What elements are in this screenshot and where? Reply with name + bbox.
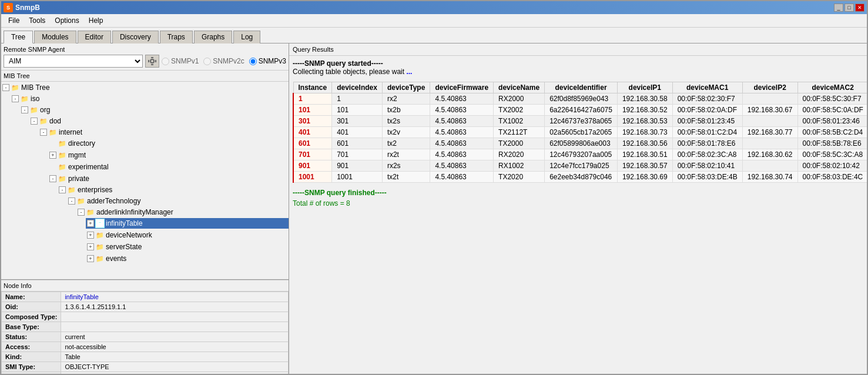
folder-icon-root: 📁 [11, 83, 20, 92]
node-text-events: events [106, 255, 126, 263]
agent-config-button[interactable] [145, 55, 159, 68]
tree-row-aim[interactable]: - 📁 adderlinkInfinityManager [76, 207, 289, 217]
node-info-value-name[interactable]: infinityTable [61, 292, 289, 302]
table-cell: 192.168.30.52 [617, 105, 672, 116]
table-cell: 4.5.40863 [430, 116, 494, 127]
expand-adder[interactable]: - [68, 197, 75, 205]
tree-row-infinitytable[interactable]: + T infinityTable [86, 218, 289, 229]
table-row[interactable]: 10011001tx2t4.5.40863TX20206e2eeb34d879c… [293, 172, 867, 183]
snmp-finished-text: -----SNMP query finished----- [293, 189, 863, 197]
svg-rect-2 [148, 60, 149, 62]
wait-dots: ... [406, 68, 412, 76]
children-dod: - 📁 internet [29, 126, 289, 267]
expand-mgmt[interactable]: + [49, 152, 56, 159]
table-cell: tx2 [382, 138, 430, 149]
children-internet: 📁 directory [39, 138, 289, 267]
col-devicetype: deviceType [382, 82, 430, 93]
svg-rect-3 [155, 60, 156, 62]
table-cell: 1001 [293, 172, 332, 183]
results-table: Instance deviceIndex deviceType deviceFi… [293, 82, 867, 183]
tab-graphs[interactable]: Graphs [194, 31, 232, 43]
tree-row-serverstate[interactable]: + 📁 serverState [86, 242, 289, 252]
snmpv2c-radio[interactable] [203, 58, 211, 65]
table-row[interactable]: 401401tx2v4.5.40863TX2112T02a5605cb17a20… [293, 127, 867, 138]
node-info-value-kind: Table [61, 352, 289, 362]
table-icon-infinitytable: T [95, 219, 105, 228]
node-info-value-oid: 1.3.6.1.4.1.25119.1.1 [61, 302, 289, 312]
table-cell: 701 [293, 149, 332, 160]
tab-log[interactable]: Log [233, 31, 260, 43]
tree-row-experimental[interactable]: 📁 experimental [48, 162, 289, 172]
tree-row-mgmt[interactable]: + 📁 mgmt [48, 150, 289, 160]
table-cell: 00:0F:58:03:DE:4C [797, 172, 867, 183]
tree-row-root[interactable]: - 📁 MIB Tree [1, 82, 289, 93]
table-row[interactable]: 701701rx2t4.5.40863RX202012c46793207aa00… [293, 149, 867, 160]
mib-tree-section: MIB Tree - 📁 MIB Tree [1, 71, 289, 280]
expand-internet[interactable]: - [40, 129, 47, 136]
node-text-enterprises: enterprises [78, 186, 112, 194]
agent-section: Remote SNMP Agent AIM [1, 43, 289, 71]
expand-org[interactable]: - [21, 106, 28, 113]
snmpv1-radio[interactable] [162, 58, 169, 65]
close-button[interactable]: ✕ [855, 4, 864, 12]
expand-aim[interactable]: - [78, 209, 85, 216]
expand-serverstate[interactable]: + [87, 243, 94, 250]
table-row[interactable]: 901901rx2s4.5.40863RX100212c4e7fcc179a02… [293, 160, 867, 172]
results-table-body: 11rx24.5.40863RX200062f0d8f85969e043192.… [293, 93, 867, 183]
table-cell: 192.168.30.51 [617, 149, 672, 160]
expand-devicenetwork[interactable]: + [87, 232, 94, 239]
table-cell: 12c46793207aa005 [545, 149, 618, 160]
table-row[interactable]: 601601tx24.5.40863TX200062f05899806ae003… [293, 138, 867, 149]
title-bar-buttons: _ □ ✕ [834, 4, 864, 12]
table-cell: 601 [332, 138, 383, 149]
expand-dod[interactable]: - [31, 118, 38, 125]
tree-row-adder[interactable]: - 📁 adderTechnology [67, 196, 289, 206]
tab-editor[interactable]: Editor [78, 31, 111, 43]
table-cell: 192.168.30.69 [617, 172, 672, 183]
table-row[interactable]: 101101tx2b4.5.40863TX20026a226416427a607… [293, 105, 867, 116]
tree-row-internet[interactable]: - 📁 internet [39, 127, 289, 138]
menu-bar: File Tools Options Help [1, 14, 867, 28]
tree-row-enterprises[interactable]: - 📁 enterprises [58, 185, 289, 195]
table-cell: TX2020 [494, 172, 545, 183]
menu-help[interactable]: Help [84, 15, 108, 26]
expand-iso[interactable]: - [12, 95, 19, 102]
table-cell: RX2000 [494, 93, 545, 105]
expand-private[interactable]: - [49, 175, 56, 182]
tree-row-org[interactable]: - 📁 org [20, 105, 289, 115]
minimize-button[interactable]: _ [834, 4, 843, 12]
menu-tools[interactable]: Tools [24, 15, 50, 26]
tree-row-iso[interactable]: - 📁 iso [11, 93, 289, 104]
folder-icon-devicenetwork: 📁 [95, 230, 105, 240]
table-row[interactable]: 11rx24.5.40863RX200062f0d8f85969e043192.… [293, 93, 867, 105]
col-deviceip1: deviceIP1 [617, 82, 672, 93]
expand-mib-tree[interactable]: - [2, 84, 9, 91]
expand-infinitytable[interactable]: + [87, 220, 94, 227]
table-cell: 192.168.30.62 [742, 149, 797, 160]
query-results-content[interactable]: -----SNMP query started----- Collecting … [289, 56, 867, 374]
tree-row-private[interactable]: - 📁 private [48, 173, 289, 184]
tree-row-devicenetwork[interactable]: + 📁 deviceNetwork [86, 230, 289, 240]
maximize-button[interactable]: □ [844, 4, 854, 12]
menu-file[interactable]: File [4, 15, 24, 26]
table-row[interactable]: 301301tx2s4.5.40863TX100212c46737e378a06… [293, 116, 867, 127]
expand-enterprises[interactable]: - [59, 186, 66, 193]
tree-row-events[interactable]: + 📁 events [86, 253, 289, 264]
snmpv1-label: SNMPv1 [162, 57, 199, 65]
tab-traps[interactable]: Traps [160, 31, 193, 43]
table-cell: 192.168.30.73 [617, 127, 672, 138]
menu-options[interactable]: Options [50, 15, 83, 26]
tab-discovery[interactable]: Discovery [112, 31, 159, 43]
tree-row-directory[interactable]: 📁 directory [48, 138, 289, 149]
mib-tree-content[interactable]: - 📁 MIB Tree - 📁 iso [1, 82, 289, 279]
snmpv3-radio[interactable] [249, 58, 257, 65]
tab-modules[interactable]: Modules [34, 31, 76, 43]
expand-events[interactable]: + [87, 255, 94, 262]
title-bar: S SnmpB _ □ ✕ [1, 1, 867, 14]
tree-row-dod[interactable]: - 📁 dod [29, 116, 289, 126]
col-deviceidentifier: deviceIdentifier [545, 82, 618, 93]
tab-tree[interactable]: Tree [4, 31, 33, 43]
agent-dropdown[interactable]: AIM [4, 55, 143, 68]
tree-node-root: - 📁 MIB Tree - 📁 iso [1, 82, 289, 270]
app-icon: S [4, 3, 13, 12]
